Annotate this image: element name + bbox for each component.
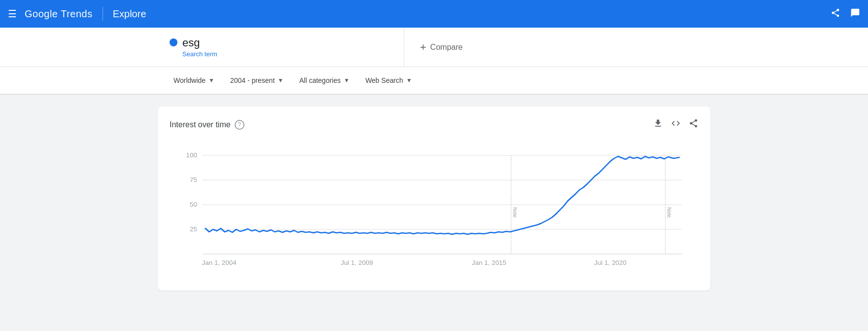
category-filter[interactable]: All categories ▼ — [293, 74, 355, 87]
header-actions — [831, 8, 860, 20]
search-area: esg Search term + Compare — [0, 28, 868, 67]
search-term-dot — [170, 38, 177, 46]
compare-box: + Compare — [404, 28, 868, 67]
explore-label: Explore — [113, 8, 146, 20]
date-range-chevron-icon: ▼ — [278, 77, 283, 84]
chart-title: Interest over time — [170, 120, 231, 129]
compare-plus-icon: + — [420, 41, 426, 54]
help-question-mark: ? — [238, 121, 241, 128]
chart-title-group: Interest over time ? — [170, 120, 244, 130]
svg-text:75: 75 — [190, 177, 197, 184]
svg-text:50: 50 — [190, 201, 197, 208]
svg-text:25: 25 — [190, 226, 197, 233]
svg-text:Note: Note — [666, 207, 673, 218]
google-trends-logo: Google Trends — [25, 8, 93, 20]
category-label: All categories — [299, 76, 341, 84]
date-range-filter[interactable]: 2004 - present ▼ — [224, 74, 289, 87]
header-divider — [103, 7, 103, 21]
svg-text:Jul 1, 2009: Jul 1, 2009 — [341, 259, 373, 266]
chart-header: Interest over time ? — [170, 118, 698, 131]
filters-bar: Worldwide ▼ 2004 - present ▼ All categor… — [0, 67, 868, 95]
location-filter[interactable]: Worldwide ▼ — [168, 74, 220, 87]
svg-text:Jul 1, 2020: Jul 1, 2020 — [594, 259, 626, 266]
search-type-label: Web Search — [365, 76, 403, 84]
chart-area: 100 75 50 25 Note Note Jan 1, 2004 Jul 1… — [170, 141, 698, 279]
chart-svg: 100 75 50 25 Note Note Jan 1, 2004 Jul 1… — [170, 141, 698, 279]
header: ☰ Google Trends Explore — [0, 0, 868, 28]
date-range-label: 2004 - present — [230, 76, 275, 84]
svg-text:Jan 1, 2015: Jan 1, 2015 — [472, 259, 506, 266]
search-type-filter[interactable]: Web Search ▼ — [359, 74, 418, 87]
menu-icon[interactable]: ☰ — [8, 8, 17, 20]
location-label: Worldwide — [174, 76, 206, 84]
search-term-text[interactable]: esg — [182, 37, 217, 49]
compare-label: Compare — [430, 43, 463, 52]
chart-card: Interest over time ? — [158, 107, 710, 291]
svg-text:Note: Note — [512, 207, 519, 218]
location-chevron-icon: ▼ — [208, 77, 214, 84]
search-term-box: esg Search term — [158, 28, 404, 67]
download-icon[interactable] — [653, 118, 663, 131]
chart-share-icon[interactable] — [689, 118, 698, 131]
chart-actions — [653, 118, 698, 131]
search-type-chevron-icon: ▼ — [406, 77, 412, 84]
feedback-icon[interactable] — [850, 8, 860, 20]
main-content: Interest over time ? — [0, 95, 868, 302]
category-chevron-icon: ▼ — [344, 77, 349, 84]
compare-button[interactable]: + Compare — [420, 41, 463, 54]
svg-text:Jan 1, 2004: Jan 1, 2004 — [202, 259, 237, 266]
help-icon[interactable]: ? — [235, 120, 244, 130]
search-term-type: Search term — [182, 50, 217, 58]
embed-icon[interactable] — [671, 118, 681, 131]
share-icon[interactable] — [831, 8, 840, 20]
svg-text:100: 100 — [186, 152, 197, 159]
